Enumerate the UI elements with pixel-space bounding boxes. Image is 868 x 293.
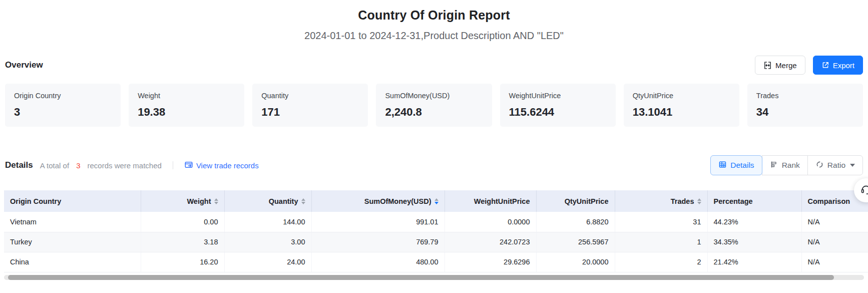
overview-section-bar: Overview Merge Export [0,55,868,75]
cell-comparison: N/A [801,212,868,232]
overview-card-trades: Trades34 [747,84,863,127]
overview-card-value: 171 [261,106,359,119]
overview-card-label: Trades [756,92,854,100]
cell-quantity: 24.00 [224,252,311,272]
overview-card-sumofmoney-usd: SumOfMoney(USD)2,240.8 [376,84,492,127]
cell-weightunitprice: 0.0000 [445,212,536,232]
cell-trades: 31 [615,212,707,232]
sort-asc-caret [697,198,701,201]
sort-desc-caret [214,202,218,204]
cell-weightunitprice: 29.6296 [445,252,536,272]
sort-desc-caret [697,202,701,204]
horizontal-scrollbar-track[interactable] [4,275,864,280]
cell-sumofmoney-usd: 991.01 [311,212,445,232]
sort-asc-caret [435,198,439,201]
sort-desc-caret [301,202,305,204]
cell-origin-country: Vietnam [4,212,141,232]
overview-section-title: Overview [5,60,43,70]
cell-origin-country: Turkey [4,232,141,252]
column-label: Origin Country [10,197,61,205]
records-summary-prefix: A total of [40,161,69,170]
cell-quantity: 3.00 [224,232,311,252]
vertical-divider [173,161,173,169]
cell-percentage: 44.23% [707,212,801,232]
cell-sumofmoney-usd: 480.00 [311,252,445,272]
column-header-origin-country: Origin Country [4,190,141,212]
overview-card-label: QtyUnitPrice [633,92,730,100]
cell-qtyunitprice: 20.0000 [536,252,615,272]
page-title: Country Of Origin Report [0,8,868,23]
cell-comparison: N/A [801,252,868,272]
column-label: WeightUnitPrice [474,197,530,205]
column-label: Comparison [808,197,850,205]
overview-card-label: WeightUnitPrice [509,92,607,100]
column-label: QtyUnitPrice [565,197,609,205]
column-label: SumOfMoney(USD) [364,197,431,205]
view-mode-ratio[interactable]: Ratio [807,155,863,175]
overview-card-value: 13.1041 [633,106,730,119]
overview-card-label: SumOfMoney(USD) [385,92,483,100]
headset-icon [860,183,868,197]
sort-asc-caret [214,198,218,201]
sort-icon [301,198,305,204]
overview-card-qtyunitprice: QtyUnitPrice13.1041 [624,84,739,127]
report-header: Country Of Origin Report 2024-01-01 to 2… [0,0,868,42]
cell-trades: 2 [615,252,707,272]
details-bar: Details A total of 3 records were matche… [0,155,868,176]
merge-icon [763,61,772,70]
table-row-turkey: Turkey3.183.00769.79242.0723256.5967134.… [4,232,868,252]
country-of-origin-report-page: Country Of Origin Report 2024-01-01 to 2… [0,0,868,293]
overview-card-origin-country: Origin Country3 [5,84,121,127]
column-label: Quantity [269,197,298,205]
column-header-percentage: Percentage [707,190,801,212]
export-button[interactable]: Export [813,56,863,75]
horizontal-scrollbar-thumb[interactable] [8,275,834,280]
column-label: Weight [187,197,211,205]
merge-button[interactable]: Merge [755,56,805,75]
cell-origin-country: China [4,252,141,272]
table-row-china: China16.2024.00480.0029.629620.0000221.4… [4,252,868,272]
sort-icon [214,198,218,204]
cell-weight: 0.00 [141,212,224,232]
cell-weight: 3.18 [141,232,224,252]
records-count: 3 [74,161,82,170]
overview-card-label: Weight [138,92,235,100]
details-grid-icon [718,160,727,171]
overview-card-value: 3 [14,106,112,119]
cell-sumofmoney-usd: 769.79 [311,232,445,252]
overview-card-weightunitprice: WeightUnitPrice115.6244 [500,84,616,127]
table-body: Vietnam0.00144.00991.010.00006.88203144.… [4,212,868,272]
view-mode-label: Rank [782,161,800,170]
rank-icon [770,160,778,171]
details-summary: Details A total of 3 records were matche… [5,160,259,171]
overview-card-label: Origin Country [14,92,112,100]
ratio-icon [815,160,824,171]
column-label: Percentage [714,197,753,205]
overview-card-value: 19.38 [138,106,235,119]
column-header-trades[interactable]: Trades [615,190,707,212]
chevron-down-icon [850,164,855,167]
view-mode-details[interactable]: Details [710,155,762,175]
export-button-label: Export [833,61,854,70]
overview-card-value: 2,240.8 [385,106,483,119]
overview-cards: Origin Country3Weight19.38Quantity171Sum… [0,84,868,127]
cell-trades: 1 [615,232,707,252]
details-table-wrap: Origin CountryWeightQuantitySumOfMoney(U… [0,190,868,280]
details-section-title: Details [5,160,33,170]
overview-card-weight: Weight19.38 [129,84,244,127]
column-header-quantity[interactable]: Quantity [224,190,311,212]
column-header-qtyunitprice: QtyUnitPrice [536,190,615,212]
view-trade-records-link[interactable]: View trade records [184,160,259,171]
sort-asc-caret [301,198,305,201]
cell-percentage: 34.35% [707,232,801,252]
overview-card-label: Quantity [261,92,359,100]
overview-card-value: 115.6244 [509,106,607,119]
cell-weightunitprice: 242.0723 [445,232,536,252]
table-header-row: Origin CountryWeightQuantitySumOfMoney(U… [4,190,868,212]
cell-percentage: 21.42% [707,252,801,272]
column-header-sumofmoney-usd[interactable]: SumOfMoney(USD) [311,190,445,212]
report-subtitle: 2024-01-01 to 2024-12-31,Product Descrip… [0,30,868,42]
view-mode-rank[interactable]: Rank [762,155,808,175]
column-header-weight[interactable]: Weight [141,190,224,212]
sort-icon [435,198,439,204]
